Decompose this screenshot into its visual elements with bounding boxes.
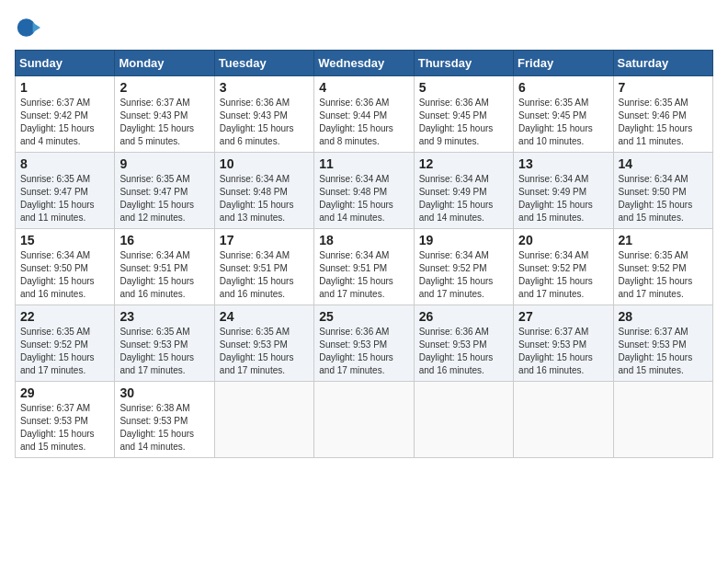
day-info: Sunrise: 6:35 AMSunset: 9:53 PMDaylight:… — [119, 326, 209, 377]
day-number: 10 — [220, 156, 309, 171]
day-number: 15 — [20, 233, 109, 247]
day-number: 22 — [20, 309, 109, 324]
day-number: 5 — [419, 80, 508, 95]
weekday-header-cell: Thursday — [414, 51, 513, 76]
day-info: Sunrise: 6:37 AMSunset: 9:42 PMDaylight:… — [20, 97, 109, 148]
calendar-day-cell — [214, 382, 313, 458]
calendar-day-cell — [414, 382, 513, 458]
calendar-day-cell: 8 Sunrise: 6:35 AMSunset: 9:47 PMDayligh… — [16, 153, 115, 229]
day-info: Sunrise: 6:34 AMSunset: 9:52 PMDaylight:… — [518, 249, 608, 301]
calendar-day-cell: 15 Sunrise: 6:34 AMSunset: 9:50 PMDaylig… — [16, 229, 115, 305]
calendar-day-cell: 29 Sunrise: 6:37 AMSunset: 9:53 PMDaylig… — [16, 382, 115, 458]
calendar-day-cell: 10 Sunrise: 6:34 AMSunset: 9:48 PMDaylig… — [214, 153, 313, 229]
logo — [15, 15, 42, 40]
day-info: Sunrise: 6:37 AMSunset: 9:53 PMDaylight:… — [20, 402, 109, 454]
day-info: Sunrise: 6:35 AMSunset: 9:52 PMDaylight:… — [619, 249, 708, 301]
day-info: Sunrise: 6:37 AMSunset: 9:43 PMDaylight:… — [119, 97, 209, 148]
calendar-day-cell: 28 Sunrise: 6:37 AMSunset: 9:53 PMDaylig… — [613, 305, 712, 382]
day-number: 29 — [20, 385, 109, 400]
header — [15, 15, 713, 40]
day-info: Sunrise: 6:35 AMSunset: 9:47 PMDaylight:… — [119, 173, 209, 224]
calendar-day-cell: 18 Sunrise: 6:34 AMSunset: 9:51 PMDaylig… — [314, 229, 414, 305]
calendar-day-cell: 23 Sunrise: 6:35 AMSunset: 9:53 PMDaylig… — [115, 305, 214, 382]
weekday-header-cell: Tuesday — [214, 51, 313, 76]
calendar-day-cell: 22 Sunrise: 6:35 AMSunset: 9:52 PMDaylig… — [16, 305, 115, 382]
day-number: 9 — [119, 156, 209, 171]
day-number: 21 — [619, 233, 708, 247]
day-info: Sunrise: 6:34 AMSunset: 9:52 PMDaylight:… — [419, 249, 508, 301]
day-number: 28 — [619, 309, 708, 324]
day-info: Sunrise: 6:37 AMSunset: 9:53 PMDaylight:… — [518, 326, 608, 377]
day-number: 4 — [319, 80, 408, 95]
day-number: 16 — [119, 233, 209, 247]
day-info: Sunrise: 6:36 AMSunset: 9:43 PMDaylight:… — [220, 97, 309, 148]
day-number: 18 — [319, 233, 408, 247]
day-info: Sunrise: 6:35 AMSunset: 9:45 PMDaylight:… — [518, 97, 608, 148]
day-info: Sunrise: 6:38 AMSunset: 9:53 PMDaylight:… — [119, 402, 209, 454]
day-number: 24 — [220, 309, 309, 324]
weekday-header-cell: Sunday — [16, 51, 115, 76]
calendar-day-cell: 2 Sunrise: 6:37 AMSunset: 9:43 PMDayligh… — [115, 76, 214, 153]
weekday-header-cell: Monday — [115, 51, 214, 76]
day-number: 6 — [518, 80, 608, 95]
day-info: Sunrise: 6:34 AMSunset: 9:49 PMDaylight:… — [419, 173, 508, 224]
calendar-day-cell: 6 Sunrise: 6:35 AMSunset: 9:45 PMDayligh… — [514, 76, 613, 153]
day-info: Sunrise: 6:34 AMSunset: 9:48 PMDaylight:… — [220, 173, 309, 224]
calendar-week-row: 22 Sunrise: 6:35 AMSunset: 9:52 PMDaylig… — [16, 305, 713, 382]
day-number: 17 — [220, 233, 309, 247]
day-number: 23 — [119, 309, 209, 324]
day-info: Sunrise: 6:37 AMSunset: 9:53 PMDaylight:… — [619, 326, 708, 377]
day-number: 26 — [419, 309, 508, 324]
calendar-day-cell: 5 Sunrise: 6:36 AMSunset: 9:45 PMDayligh… — [414, 76, 513, 153]
day-info: Sunrise: 6:35 AMSunset: 9:46 PMDaylight:… — [619, 97, 708, 148]
day-info: Sunrise: 6:34 AMSunset: 9:51 PMDaylight:… — [119, 249, 209, 301]
calendar-day-cell: 26 Sunrise: 6:36 AMSunset: 9:53 PMDaylig… — [414, 305, 513, 382]
calendar-day-cell: 30 Sunrise: 6:38 AMSunset: 9:53 PMDaylig… — [115, 382, 214, 458]
day-number: 25 — [319, 309, 408, 324]
calendar-body: 1 Sunrise: 6:37 AMSunset: 9:42 PMDayligh… — [16, 76, 713, 458]
calendar-day-cell: 9 Sunrise: 6:35 AMSunset: 9:47 PMDayligh… — [115, 153, 214, 229]
day-number: 3 — [220, 80, 309, 95]
day-info: Sunrise: 6:35 AMSunset: 9:52 PMDaylight:… — [20, 326, 109, 377]
weekday-header-cell: Saturday — [613, 51, 712, 76]
calendar-day-cell: 27 Sunrise: 6:37 AMSunset: 9:53 PMDaylig… — [514, 305, 613, 382]
day-info: Sunrise: 6:34 AMSunset: 9:49 PMDaylight:… — [518, 173, 608, 224]
day-info: Sunrise: 6:36 AMSunset: 9:53 PMDaylight:… — [319, 326, 408, 377]
calendar-day-cell: 20 Sunrise: 6:34 AMSunset: 9:52 PMDaylig… — [514, 229, 613, 305]
logo-icon — [15, 15, 40, 40]
day-info: Sunrise: 6:36 AMSunset: 9:44 PMDaylight:… — [319, 97, 408, 148]
calendar-day-cell: 4 Sunrise: 6:36 AMSunset: 9:44 PMDayligh… — [314, 76, 414, 153]
day-number: 27 — [518, 309, 608, 324]
day-number: 11 — [319, 156, 408, 171]
day-info: Sunrise: 6:36 AMSunset: 9:53 PMDaylight:… — [419, 326, 508, 377]
calendar-week-row: 15 Sunrise: 6:34 AMSunset: 9:50 PMDaylig… — [16, 229, 713, 305]
calendar-day-cell: 13 Sunrise: 6:34 AMSunset: 9:49 PMDaylig… — [514, 153, 613, 229]
calendar-week-row: 8 Sunrise: 6:35 AMSunset: 9:47 PMDayligh… — [16, 153, 713, 229]
calendar-week-row: 1 Sunrise: 6:37 AMSunset: 9:42 PMDayligh… — [16, 76, 713, 153]
calendar-day-cell: 24 Sunrise: 6:35 AMSunset: 9:53 PMDaylig… — [214, 305, 313, 382]
weekday-header-cell: Wednesday — [314, 51, 414, 76]
calendar-day-cell: 11 Sunrise: 6:34 AMSunset: 9:48 PMDaylig… — [314, 153, 414, 229]
day-info: Sunrise: 6:35 AMSunset: 9:47 PMDaylight:… — [20, 173, 109, 224]
day-info: Sunrise: 6:34 AMSunset: 9:48 PMDaylight:… — [319, 173, 408, 224]
calendar-day-cell — [314, 382, 414, 458]
svg-marker-1 — [33, 22, 40, 32]
calendar-day-cell: 16 Sunrise: 6:34 AMSunset: 9:51 PMDaylig… — [115, 229, 214, 305]
calendar-day-cell: 1 Sunrise: 6:37 AMSunset: 9:42 PMDayligh… — [16, 76, 115, 153]
day-info: Sunrise: 6:34 AMSunset: 9:51 PMDaylight:… — [220, 249, 309, 301]
day-info: Sunrise: 6:35 AMSunset: 9:53 PMDaylight:… — [220, 326, 309, 377]
weekday-header-cell: Friday — [514, 51, 613, 76]
calendar-day-cell: 12 Sunrise: 6:34 AMSunset: 9:49 PMDaylig… — [414, 153, 513, 229]
calendar-day-cell: 14 Sunrise: 6:34 AMSunset: 9:50 PMDaylig… — [613, 153, 712, 229]
calendar-day-cell: 3 Sunrise: 6:36 AMSunset: 9:43 PMDayligh… — [214, 76, 313, 153]
calendar-day-cell: 21 Sunrise: 6:35 AMSunset: 9:52 PMDaylig… — [613, 229, 712, 305]
calendar-day-cell: 7 Sunrise: 6:35 AMSunset: 9:46 PMDayligh… — [613, 76, 712, 153]
calendar-day-cell: 17 Sunrise: 6:34 AMSunset: 9:51 PMDaylig… — [214, 229, 313, 305]
day-number: 13 — [518, 156, 608, 171]
calendar-day-cell — [613, 382, 712, 458]
day-info: Sunrise: 6:34 AMSunset: 9:50 PMDaylight:… — [20, 249, 109, 301]
calendar-day-cell: 19 Sunrise: 6:34 AMSunset: 9:52 PMDaylig… — [414, 229, 513, 305]
weekday-header-row: SundayMondayTuesdayWednesdayThursdayFrid… — [16, 51, 713, 76]
day-info: Sunrise: 6:34 AMSunset: 9:51 PMDaylight:… — [319, 249, 408, 301]
day-number: 8 — [20, 156, 109, 171]
